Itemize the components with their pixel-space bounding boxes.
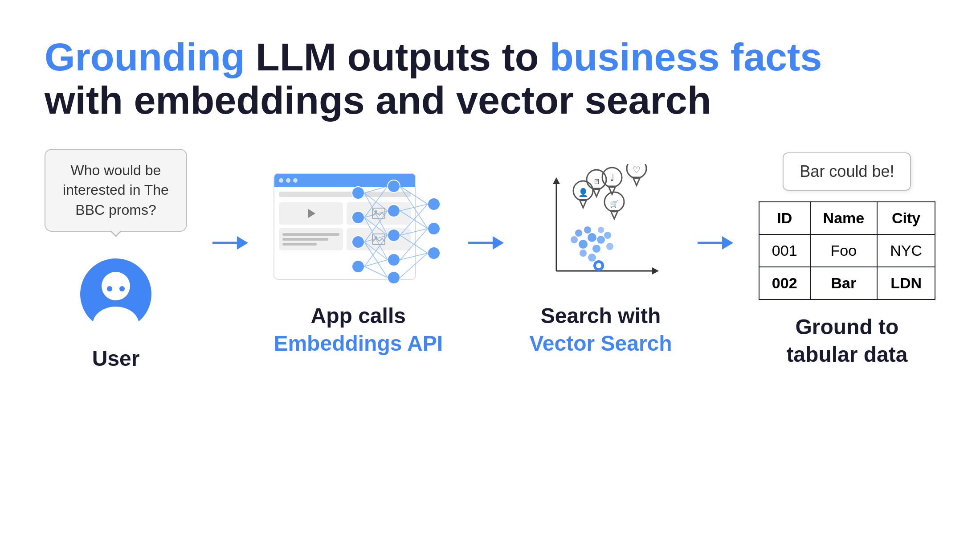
speech-bubble: Who would be interested in The BBC proms…: [45, 149, 187, 232]
ground-label: Ground to tabular data: [786, 313, 907, 369]
data-table: ID Name City 001 Foo NYC 002: [759, 201, 935, 300]
svg-line-32: [364, 235, 388, 242]
svg-line-31: [364, 211, 388, 242]
svg-line-40: [400, 204, 428, 211]
svg-point-72: [597, 236, 605, 244]
svg-line-45: [400, 229, 428, 260]
title-grounding: Grounding: [45, 35, 245, 79]
svg-point-73: [584, 226, 591, 234]
user-avatar-icon: [80, 258, 151, 330]
play-icon: [305, 207, 317, 220]
ground-label-sub: tabular data: [786, 341, 907, 369]
svg-point-1: [102, 272, 130, 300]
svg-point-70: [588, 233, 596, 242]
browser-lines-item: [279, 228, 343, 250]
svg-line-27: [364, 186, 388, 217]
svg-line-38: [400, 186, 428, 204]
title-llm: LLM outputs to: [245, 35, 550, 79]
svg-point-74: [592, 245, 600, 253]
main-container: Grounding LLM outputs to business facts …: [0, 0, 980, 408]
svg-line-35: [364, 235, 388, 266]
arrow-3: [698, 232, 733, 290]
vector-label: Search with Vector Search: [529, 302, 672, 358]
embeddings-label-main: App calls: [274, 302, 443, 330]
title-section: Grounding LLM outputs to business facts …: [45, 36, 935, 122]
svg-point-17: [388, 205, 400, 217]
table-header-name: Name: [810, 202, 878, 234]
arrow-icon-2: [468, 232, 504, 254]
svg-point-16: [388, 180, 400, 193]
user-label: User: [92, 345, 140, 373]
svg-point-76: [604, 232, 611, 239]
svg-point-69: [579, 240, 588, 249]
embeddings-visual: [274, 164, 443, 289]
neural-network-icon: [345, 168, 447, 289]
svg-line-24: [364, 186, 388, 193]
table-cell-city-1: NYC: [877, 234, 935, 267]
svg-point-20: [388, 271, 400, 284]
table-header-city: City: [877, 202, 935, 234]
svg-point-2: [107, 286, 112, 291]
svg-point-3: [119, 286, 125, 291]
svg-line-36: [364, 260, 388, 266]
user-visual: Who would be interested in The BBC proms…: [45, 149, 187, 332]
svg-point-12: [352, 187, 364, 199]
svg-text:🛒: 🛒: [610, 200, 619, 208]
diagram-row: Who would be interested in The BBC proms…: [45, 149, 935, 373]
svg-marker-84: [722, 236, 733, 250]
embeddings-label: App calls Embeddings API: [274, 302, 443, 358]
table-cell-id-2: 002: [759, 267, 810, 299]
svg-text:👤: 👤: [578, 188, 588, 197]
svg-point-71: [575, 229, 582, 237]
table-cell-name-1: Foo: [810, 234, 878, 267]
title-business-facts: business facts: [550, 35, 822, 79]
svg-marker-7: [308, 209, 315, 218]
svg-point-80: [606, 243, 613, 250]
svg-line-43: [400, 229, 428, 235]
user-label-main: User: [92, 345, 140, 373]
svg-marker-53: [553, 177, 560, 184]
svg-point-22: [428, 222, 440, 235]
vector-visual: ♩ ♡ 👤: [539, 164, 663, 289]
svg-marker-49: [493, 236, 504, 250]
svg-point-19: [388, 254, 400, 266]
table-row-1: 001 Foo NYC: [759, 234, 935, 267]
step-vector: ♩ ♡ 👤: [529, 164, 672, 358]
svg-text:♩: ♩: [610, 172, 614, 183]
svg-point-79: [598, 227, 604, 233]
vector-label-sub: Vector Search: [529, 330, 672, 357]
browser-play-item: [279, 202, 343, 225]
browser-dot-3: [293, 178, 298, 183]
table-cell-city-2: LDN: [877, 267, 935, 299]
arrow-1: [212, 232, 248, 290]
svg-point-75: [571, 236, 578, 243]
vector-label-main: Search with: [529, 302, 672, 330]
browser-dot-2: [286, 178, 290, 183]
arrow-icon-1: [212, 232, 248, 254]
svg-point-21: [428, 198, 440, 210]
svg-point-13: [352, 211, 364, 224]
arrow-icon-3: [698, 232, 733, 254]
svg-marker-6: [237, 236, 248, 250]
svg-marker-52: [652, 267, 659, 274]
step-embeddings: App calls Embeddings API: [274, 164, 443, 358]
title-line2: with embeddings and vector search: [45, 79, 935, 122]
table-header-id: ID: [759, 202, 810, 234]
arrow-2: [468, 232, 504, 290]
svg-text:🖥: 🖥: [593, 178, 600, 185]
table-row-2: 002 Bar LDN: [759, 267, 935, 299]
svg-text:♡: ♡: [633, 165, 641, 175]
vector-search-icon: ♩ ♡ 👤: [539, 164, 663, 289]
svg-point-23: [428, 247, 440, 259]
result-bubble: Bar could be!: [783, 152, 911, 191]
svg-point-15: [352, 260, 364, 273]
svg-point-18: [388, 229, 400, 242]
svg-line-28: [364, 211, 388, 217]
table-cell-id-1: 001: [759, 234, 810, 267]
step-ground: Bar could be! ID Name City 001 Foo: [759, 152, 935, 369]
svg-point-14: [352, 236, 364, 248]
svg-point-82: [596, 263, 601, 268]
step-user: Who would be interested in The BBC proms…: [45, 149, 187, 373]
ground-label-main: Ground to: [786, 313, 907, 341]
svg-line-42: [400, 204, 428, 235]
